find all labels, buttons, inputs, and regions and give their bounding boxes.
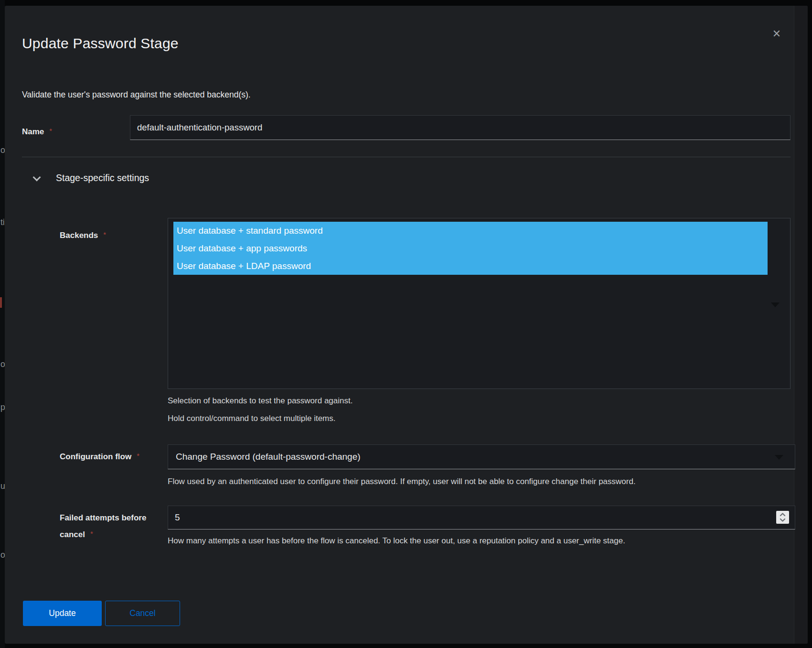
form-divider (22, 157, 791, 157)
configuration-flow-label-text: Configuration flow (60, 452, 131, 461)
chevron-down-icon (33, 173, 40, 180)
stepper-arrows-icon (780, 512, 786, 522)
failed-attempts-field (168, 506, 795, 529)
name-input[interactable] (130, 115, 791, 140)
background-text-fragment: p (0, 402, 5, 412)
failed-attempts-help: How many attempts a user has before the … (168, 536, 625, 546)
modal-scrollbar-track[interactable] (794, 6, 808, 644)
cancel-button[interactable]: Cancel (105, 601, 180, 626)
failed-attempts-label-text: cancel (60, 530, 85, 539)
failed-attempts-input[interactable] (168, 506, 795, 529)
background-text-fragment: o (0, 550, 5, 560)
update-button[interactable]: Update (23, 601, 102, 626)
failed-attempts-label-line2: cancel* (60, 530, 93, 540)
configuration-flow-value: Change Password (default-password-change… (168, 445, 795, 469)
modal-description: Validate the user's password against the… (22, 90, 251, 100)
backends-options: User database + standard password User d… (173, 222, 768, 275)
stage-specific-settings-toggle[interactable]: Stage-specific settings (22, 170, 149, 185)
background-text-fragment: o (0, 145, 5, 155)
backends-help-line1: Selection of backends to test the passwo… (168, 396, 353, 406)
backends-label-text: Backends (60, 231, 98, 240)
select-caret-icon (775, 455, 783, 460)
background-text-fragment: ti (0, 217, 5, 227)
backends-label: Backends* (60, 231, 106, 240)
modal-title: Update Password Stage (22, 35, 179, 52)
backends-multiselect[interactable]: User database + standard password User d… (168, 218, 791, 389)
background-page-strip: o ti ot p up o (0, 0, 5, 648)
name-label: Name* (22, 127, 52, 137)
configuration-flow-label: Configuration flow* (60, 452, 139, 462)
update-password-stage-modal: Update Password Stage ✕ Validate the use… (5, 6, 808, 644)
backends-option-selected[interactable]: User database + app passwords (173, 239, 768, 257)
background-red-fragment (0, 297, 2, 308)
required-asterisk: * (137, 452, 139, 460)
background-text-fragment: up (0, 481, 5, 491)
configuration-flow-select[interactable]: Change Password (default-password-change… (168, 444, 795, 469)
backends-option-selected[interactable]: User database + LDAP password (173, 257, 768, 275)
name-label-text: Name (22, 127, 44, 136)
section-title: Stage-specific settings (56, 173, 149, 184)
backends-option-selected[interactable]: User database + standard password (173, 222, 768, 239)
required-asterisk: * (103, 230, 106, 238)
select-caret-icon (771, 302, 780, 307)
configuration-flow-help: Flow used by an authenticated user to co… (168, 477, 636, 486)
backends-help-line2: Hold control/command to select multiple … (168, 414, 335, 423)
close-icon[interactable]: ✕ (769, 27, 784, 41)
background-text-fragment: ot (0, 359, 5, 369)
required-asterisk: * (49, 127, 52, 135)
number-stepper-icon[interactable] (776, 511, 789, 524)
failed-attempts-label-line1: Failed attempts before (60, 513, 146, 523)
required-asterisk: * (90, 529, 93, 538)
